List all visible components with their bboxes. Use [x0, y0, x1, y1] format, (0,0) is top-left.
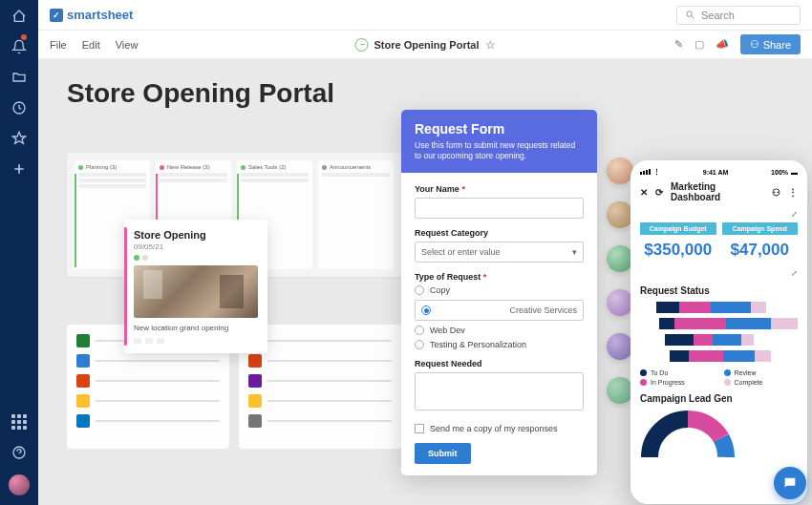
favorite-star-icon[interactable]: ☆: [485, 38, 496, 52]
menu-file[interactable]: File: [50, 39, 67, 51]
doc-title: Store Opening Portal: [374, 39, 479, 51]
legend-item: To Do: [640, 369, 715, 376]
radio-testing[interactable]: Testing & Personalization: [415, 340, 584, 349]
needed-label: Request Needed: [415, 359, 584, 368]
chart-legend: To DoReviewIn ProgressComplete: [640, 369, 798, 386]
phone-title: Marketing Dashboard: [671, 181, 764, 202]
help-icon[interactable]: [11, 444, 28, 461]
people-icon[interactable]: ⚇: [772, 187, 780, 198]
brand-mark-icon: ✓: [50, 9, 63, 22]
kanban-card[interactable]: Store Opening 09/05/21 New location gran…: [124, 220, 267, 353]
category-select[interactable]: Select or enter value ▾: [415, 242, 584, 263]
metric-spend[interactable]: Campaign Spend $47,000: [722, 222, 799, 260]
wifi-icon: ⋮: [653, 168, 660, 176]
apps-icon[interactable]: [11, 413, 28, 431]
metric-label: Campaign Spend: [722, 222, 799, 235]
phone-status-bar: ⋮ 9:41 AM 100% ▬: [640, 168, 798, 176]
donut-chart: [640, 410, 736, 457]
radio-creative[interactable]: Creative Services: [415, 300, 584, 321]
card-accent: [124, 227, 127, 346]
request-form: Request Form Use this form to submit new…: [401, 110, 597, 475]
clock-icon: [354, 38, 368, 52]
notification-badge: [21, 34, 27, 40]
menu-edit[interactable]: Edit: [82, 39, 100, 51]
card-status-dots: [134, 255, 258, 261]
category-placeholder: Select or enter value: [421, 247, 501, 257]
column-title: Planning (3): [86, 164, 117, 170]
radio-webdev[interactable]: Web Dev: [415, 326, 584, 335]
metric-label: Campaign Budget: [640, 222, 716, 235]
bar-row: [640, 350, 798, 362]
search-icon: [685, 10, 695, 20]
bar-row: [640, 318, 798, 329]
svg-point-2: [687, 11, 693, 17]
form-title: Request Form: [415, 121, 584, 137]
needed-textarea[interactable]: [415, 372, 584, 410]
phone-header: ✕ ⟳ Marketing Dashboard ⚇ ⋮: [640, 181, 798, 202]
name-input[interactable]: [415, 198, 584, 219]
card-date: 09/05/21: [134, 242, 258, 251]
battery-pct: 100%: [771, 169, 788, 176]
status-section-title: Request Status: [640, 285, 798, 296]
card-footer-icons: [134, 338, 258, 344]
legend-item: Review: [724, 369, 799, 376]
avatar[interactable]: [607, 201, 633, 228]
copy-label: Send me a copy of my responses: [430, 424, 558, 433]
board-column[interactable]: Announcements: [318, 160, 394, 269]
folder-icon[interactable]: [11, 69, 28, 86]
more-icon[interactable]: ⋮: [788, 187, 798, 198]
bar-row: [640, 302, 798, 313]
notifications-icon[interactable]: [11, 38, 28, 55]
brand-logo[interactable]: ✓ smartsheet: [50, 8, 133, 22]
legend-item: In Progress: [640, 379, 715, 386]
avatar[interactable]: [607, 158, 633, 184]
expand-icon[interactable]: ⤢: [640, 210, 798, 219]
metrics-row: Campaign Budget $350,000 Campaign Spend …: [640, 222, 798, 260]
announce-icon[interactable]: 📣: [716, 38, 729, 51]
submit-button[interactable]: Submit: [415, 443, 471, 464]
home-icon[interactable]: [11, 8, 28, 25]
radio-copy[interactable]: Copy: [415, 285, 584, 295]
phone-time: 9:41 AM: [703, 169, 729, 176]
close-icon[interactable]: ✕: [640, 187, 648, 198]
copy-checkbox[interactable]: Send me a copy of my responses: [415, 424, 584, 433]
recents-icon[interactable]: [11, 99, 28, 116]
expand-icon[interactable]: ⤢: [640, 269, 798, 278]
share-button[interactable]: ⚇ Share: [740, 34, 801, 54]
metric-budget[interactable]: Campaign Budget $350,000: [640, 222, 716, 260]
avatar[interactable]: [607, 245, 633, 272]
add-icon[interactable]: [11, 160, 28, 178]
column-title: Sales Tools (2): [248, 164, 287, 170]
phone-mockup: ⋮ 9:41 AM 100% ▬ ✕ ⟳ Marketing Dashboard…: [630, 160, 807, 504]
battery-icon: ▬: [791, 169, 798, 176]
category-label: Request Category: [415, 228, 584, 238]
menu-bar: File Edit View: [50, 39, 138, 51]
column-title: New Release (3): [167, 164, 210, 170]
leadgen-title: Campaign Lead Gen: [640, 393, 798, 404]
left-nav-rail: [0, 0, 38, 505]
edit-icon[interactable]: ✎: [674, 38, 683, 51]
metric-value: $350,000: [640, 241, 716, 260]
user-avatar[interactable]: [9, 474, 30, 495]
avatar[interactable]: [607, 377, 633, 404]
people-icon: ⚇: [750, 38, 759, 51]
search-input[interactable]: Search: [676, 6, 801, 25]
toolbar: File Edit View Store Opening Portal ☆ ✎ …: [38, 31, 812, 59]
type-label: Type of Request *: [415, 272, 584, 282]
signal-icon: [640, 169, 651, 175]
avatar[interactable]: [607, 333, 633, 360]
checkbox-icon: [415, 424, 424, 433]
present-icon[interactable]: ▢: [694, 38, 704, 51]
brand-name: smartsheet: [67, 8, 133, 22]
menu-view[interactable]: View: [116, 39, 139, 51]
favorites-icon[interactable]: [11, 130, 28, 147]
status-bar-chart: [640, 302, 798, 362]
form-header: Request Form Use this form to submit new…: [401, 110, 597, 173]
page-title: Store Opening Portal: [67, 78, 783, 109]
card-title: Store Opening: [134, 229, 258, 241]
chat-fab[interactable]: [774, 467, 806, 499]
form-subtitle: Use this form to submit new requests rel…: [415, 140, 584, 161]
refresh-icon[interactable]: ⟳: [655, 187, 663, 198]
card-caption: New location grand opening: [134, 324, 258, 332]
avatar[interactable]: [607, 289, 633, 316]
